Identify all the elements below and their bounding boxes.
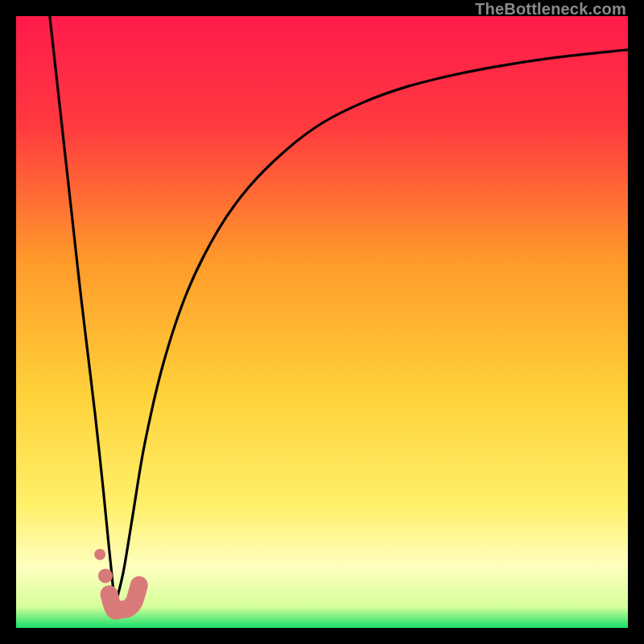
marker-dot [98,568,113,583]
marker-dot [94,549,105,560]
bottleneck-chart [16,16,628,628]
outer-frame: TheBottleneck.com [0,0,644,644]
